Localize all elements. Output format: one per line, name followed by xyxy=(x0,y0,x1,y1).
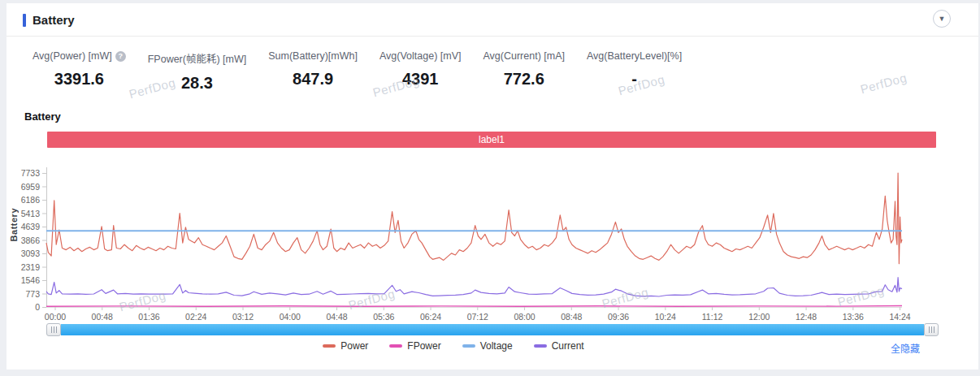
y-tick-label: 3093 xyxy=(7,249,40,258)
x-tick-label: 05:36 xyxy=(363,312,404,322)
collapse-button[interactable]: ▼ xyxy=(933,10,951,28)
stat-value: 3391.6 xyxy=(33,70,126,89)
y-tick-label: 4639 xyxy=(7,222,40,231)
legend-marker-icon xyxy=(323,344,336,348)
x-tick-label: 04:48 xyxy=(317,312,358,322)
stat-sum-battery: Sum(Battery)[mWh] 847.9 xyxy=(268,50,358,93)
series-line-power xyxy=(46,173,902,264)
chart-label-banner[interactable]: label1 xyxy=(47,132,936,148)
stat-value: 28.3 xyxy=(148,74,247,93)
legend-label: Current xyxy=(552,340,584,352)
chart-legend: PowerFPowerVoltageCurrent xyxy=(7,340,900,352)
chart-range-scrollbar[interactable] xyxy=(46,323,939,336)
x-tick-label: 00:00 xyxy=(35,312,76,322)
stat-label: FPower(帧能耗) [mW] xyxy=(148,50,247,66)
y-tick-label: 7733 xyxy=(7,168,40,178)
stats-row: Avg(Power) [mW] ? 3391.6 FPower(帧能耗) [mW… xyxy=(33,50,682,93)
chart-title: Battery xyxy=(24,110,61,123)
x-tick-label: 04:00 xyxy=(270,312,310,322)
stat-label: Avg(BatteryLevel)[%] xyxy=(587,50,682,62)
legend-item-power[interactable]: Power xyxy=(323,340,368,352)
legend-label: FPower xyxy=(407,340,440,352)
x-tick-label: 09:36 xyxy=(598,312,639,322)
stat-avg-current: Avg(Current) [mA] 772.6 xyxy=(483,50,566,93)
series-line-current xyxy=(46,278,902,296)
grip-icon xyxy=(51,326,57,333)
legend-marker-icon xyxy=(389,344,402,348)
x-tick-label: 01:36 xyxy=(129,312,170,322)
legend-label: Power xyxy=(340,340,368,352)
y-tick-label: 6959 xyxy=(7,182,40,192)
stat-avg-voltage: Avg(Voltage) [mV] 4391 xyxy=(379,50,462,93)
stat-value: 772.6 xyxy=(483,70,566,89)
panel-header: Battery ▼ xyxy=(7,3,978,37)
y-tick-label: 5413 xyxy=(7,209,40,218)
x-tick-label: 02:24 xyxy=(176,312,216,322)
legend-item-current[interactable]: Current xyxy=(534,340,584,352)
stat-avg-batterylevel: Avg(BatteryLevel)[%] - xyxy=(587,50,682,93)
scrollbar-right-handle[interactable] xyxy=(924,323,939,336)
y-tick-label: 1546 xyxy=(7,275,40,285)
x-tick-label: 12:48 xyxy=(786,312,826,322)
stat-fpower: FPower(帧能耗) [mW] 28.3 xyxy=(148,50,247,93)
x-tick-label: 12:00 xyxy=(739,312,779,322)
help-icon[interactable]: ? xyxy=(115,51,126,62)
legend-marker-icon xyxy=(534,344,547,348)
y-tick-label: 773 xyxy=(7,289,40,299)
stat-value: - xyxy=(587,70,682,89)
scrollbar-track[interactable] xyxy=(61,324,924,335)
y-tick-label: 0 xyxy=(7,302,40,312)
stat-label: Avg(Power) [mW] xyxy=(33,50,112,62)
x-tick-label: 13:36 xyxy=(833,312,874,322)
grip-icon xyxy=(929,326,934,333)
stat-value: 847.9 xyxy=(268,70,358,89)
y-tick-label: 3866 xyxy=(7,236,40,245)
x-tick-label: 08:00 xyxy=(505,312,545,322)
legend-item-voltage[interactable]: Voltage xyxy=(462,340,513,352)
banner-label: label1 xyxy=(479,134,505,145)
stat-label: Sum(Battery)[mWh] xyxy=(268,50,358,62)
x-tick-label: 07:12 xyxy=(457,312,498,322)
stat-label: Avg(Voltage) [mV] xyxy=(379,50,462,62)
battery-panel: Battery ▼ Avg(Power) [mW] ? 3391.6 FPowe… xyxy=(7,3,978,370)
stat-label: Avg(Current) [mA] xyxy=(483,50,566,62)
x-tick-label: 14:24 xyxy=(880,312,921,322)
x-tick-label: 03:12 xyxy=(223,312,263,322)
header-accent-bar xyxy=(23,14,26,27)
legend-item-fpower[interactable]: FPower xyxy=(389,340,440,352)
x-tick-label: 06:24 xyxy=(410,312,451,322)
x-tick-label: 10:24 xyxy=(645,312,686,322)
y-tick-label: 6186 xyxy=(7,195,40,205)
series-line-fpower xyxy=(46,306,902,307)
stat-avg-power: Avg(Power) [mW] ? 3391.6 xyxy=(33,50,126,93)
x-tick-label: 08:48 xyxy=(551,312,592,322)
x-tick-label: 11:12 xyxy=(692,312,733,322)
hide-all-link[interactable]: 全隐藏 xyxy=(891,341,920,355)
battery-chart[interactable] xyxy=(46,159,902,309)
watermark: PerfDog xyxy=(859,71,908,97)
panel-title: Battery xyxy=(33,13,75,27)
legend-marker-icon xyxy=(462,344,475,348)
legend-label: Voltage xyxy=(480,340,513,352)
caret-down-icon: ▼ xyxy=(939,15,946,23)
y-tick-label: 2319 xyxy=(7,262,40,272)
x-tick-label: 00:48 xyxy=(82,312,123,322)
scrollbar-left-handle[interactable] xyxy=(46,323,61,336)
stat-value: 4391 xyxy=(379,70,462,89)
